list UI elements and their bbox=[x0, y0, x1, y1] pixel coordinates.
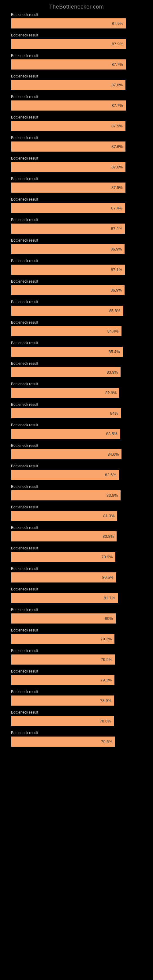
bar-group: Bottleneck result87.5% bbox=[11, 115, 142, 131]
bar-fill: 79.6% bbox=[11, 737, 115, 747]
bar-track: 84% bbox=[11, 408, 142, 418]
bar-group: Bottleneck result81.3% bbox=[11, 505, 142, 521]
bar-label: Bottleneck result bbox=[11, 628, 142, 632]
bar-track: 78.6% bbox=[11, 716, 142, 726]
bar-value: 80% bbox=[105, 616, 113, 621]
bar-track: 82.9% bbox=[11, 387, 142, 398]
bar-group: Bottleneck result81.7% bbox=[11, 587, 142, 603]
chart-container: Bottleneck result87.9%Bottleneck result8… bbox=[0, 13, 153, 757]
bar-group: Bottleneck result86.9% bbox=[11, 238, 142, 255]
bar-track: 85.4% bbox=[11, 346, 142, 357]
bar-track: 84.4% bbox=[11, 326, 142, 337]
bar-value: 84% bbox=[110, 411, 118, 415]
bar-track: 79.6% bbox=[11, 736, 142, 747]
bar-track: 84.6% bbox=[11, 449, 142, 460]
bar-value: 79.5% bbox=[101, 657, 112, 662]
bar-fill: 79.5% bbox=[11, 654, 115, 665]
bar-value: 79.1% bbox=[100, 678, 112, 682]
bar-value: 82.9% bbox=[105, 390, 116, 395]
bar-track: 87.6% bbox=[11, 162, 142, 172]
bar-track: 87.7% bbox=[11, 59, 142, 70]
bar-label: Bottleneck result bbox=[11, 525, 142, 530]
bar-group: Bottleneck result83.8% bbox=[11, 485, 142, 501]
bar-value: 87.7% bbox=[112, 62, 123, 67]
bar-group: Bottleneck result78.6% bbox=[11, 710, 142, 726]
bar-group: Bottleneck result87.6% bbox=[11, 156, 142, 172]
bar-label: Bottleneck result bbox=[11, 566, 142, 571]
bar-group: Bottleneck result87.1% bbox=[11, 259, 142, 275]
bar-fill: 85.8% bbox=[11, 305, 123, 316]
bar-label: Bottleneck result bbox=[11, 382, 142, 386]
bar-label: Bottleneck result bbox=[11, 402, 142, 407]
bar-group: Bottleneck result87.9% bbox=[11, 33, 142, 49]
bar-group: Bottleneck result87.7% bbox=[11, 95, 142, 111]
bar-group: Bottleneck result80.5% bbox=[11, 566, 142, 583]
bar-track: 79.2% bbox=[11, 634, 142, 644]
bar-fill: 83.5% bbox=[11, 429, 120, 439]
bar-label: Bottleneck result bbox=[11, 669, 142, 673]
bar-value: 79.2% bbox=[101, 637, 112, 641]
bar-group: Bottleneck result87.2% bbox=[11, 218, 142, 234]
bar-label: Bottleneck result bbox=[11, 690, 142, 694]
bar-label: Bottleneck result bbox=[11, 710, 142, 714]
bar-fill: 87.7% bbox=[11, 100, 126, 111]
bar-label: Bottleneck result bbox=[11, 464, 142, 468]
bar-group: Bottleneck result87.7% bbox=[11, 54, 142, 70]
bar-track: 83.9% bbox=[11, 367, 142, 378]
bar-fill: 87.6% bbox=[11, 162, 126, 172]
bar-track: 80.5% bbox=[11, 572, 142, 583]
bar-label: Bottleneck result bbox=[11, 608, 142, 612]
bar-value: 81.7% bbox=[104, 596, 115, 600]
bar-group: Bottleneck result79.1% bbox=[11, 669, 142, 686]
bar-fill: 79.2% bbox=[11, 634, 115, 644]
bar-fill: 81.7% bbox=[11, 593, 118, 603]
bar-track: 87.1% bbox=[11, 264, 142, 275]
bar-fill: 87.6% bbox=[11, 142, 126, 151]
bar-label: Bottleneck result bbox=[11, 649, 142, 653]
bar-track: 87.9% bbox=[11, 18, 142, 29]
bar-value: 87.5% bbox=[112, 124, 123, 128]
bar-fill: 87.5% bbox=[11, 121, 126, 131]
bar-fill: 84.4% bbox=[11, 326, 121, 336]
bar-track: 79.1% bbox=[11, 675, 142, 686]
bar-fill: 87.1% bbox=[11, 265, 125, 275]
bar-group: Bottleneck result82.6% bbox=[11, 464, 142, 480]
bar-label: Bottleneck result bbox=[11, 177, 142, 181]
bar-group: Bottleneck result86.9% bbox=[11, 279, 142, 296]
bar-value: 84.4% bbox=[107, 329, 119, 334]
bar-group: Bottleneck result87.4% bbox=[11, 197, 142, 213]
bar-label: Bottleneck result bbox=[11, 136, 142, 140]
bar-track: 86.9% bbox=[11, 285, 142, 296]
bar-label: Bottleneck result bbox=[11, 587, 142, 591]
bar-value: 86.9% bbox=[110, 288, 122, 293]
bar-label: Bottleneck result bbox=[11, 279, 142, 283]
bar-value: 82.6% bbox=[105, 473, 116, 477]
bar-value: 87.9% bbox=[112, 41, 123, 46]
bar-track: 83.8% bbox=[11, 490, 142, 501]
bar-label: Bottleneck result bbox=[11, 156, 142, 161]
bar-label: Bottleneck result bbox=[11, 54, 142, 58]
bar-group: Bottleneck result78.9% bbox=[11, 690, 142, 706]
bar-track: 78.9% bbox=[11, 695, 142, 706]
bar-fill: 86.9% bbox=[11, 285, 124, 295]
bar-label: Bottleneck result bbox=[11, 238, 142, 243]
bar-label: Bottleneck result bbox=[11, 74, 142, 78]
bar-group: Bottleneck result80% bbox=[11, 608, 142, 624]
bar-value: 83.9% bbox=[107, 370, 118, 375]
bar-value: 83.8% bbox=[107, 493, 118, 498]
bar-fill: 78.6% bbox=[11, 716, 114, 726]
bar-track: 87.5% bbox=[11, 121, 142, 131]
bar-track: 87.6% bbox=[11, 141, 142, 152]
bar-track: 80.8% bbox=[11, 531, 142, 542]
bar-track: 87.4% bbox=[11, 203, 142, 213]
bar-label: Bottleneck result bbox=[11, 341, 142, 345]
bar-value: 87.5% bbox=[112, 185, 123, 190]
bar-track: 87.9% bbox=[11, 38, 142, 49]
bar-value: 87.4% bbox=[111, 206, 123, 210]
bar-fill: 80.5% bbox=[11, 573, 116, 582]
chart-title: TheBottlenecker.com bbox=[49, 4, 104, 10]
bar-track: 87.6% bbox=[11, 80, 142, 90]
bar-fill: 83.9% bbox=[11, 367, 121, 377]
bar-fill: 87.4% bbox=[11, 203, 125, 213]
bar-group: Bottleneck result82.9% bbox=[11, 382, 142, 398]
